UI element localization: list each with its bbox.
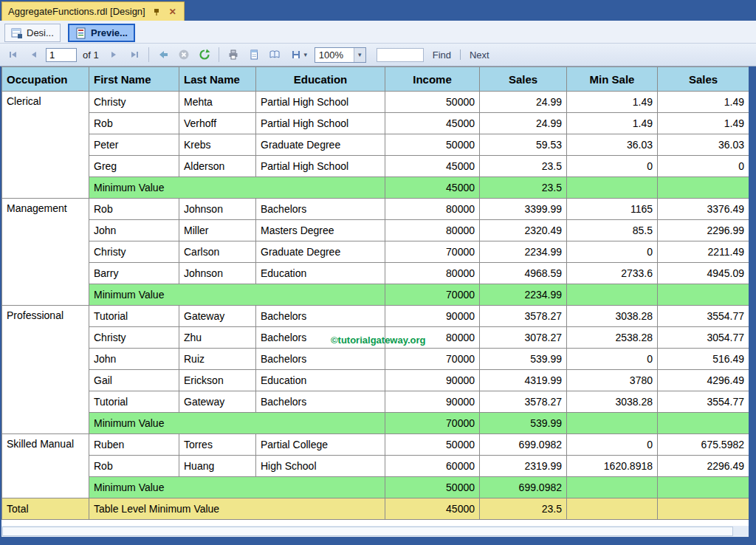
app-window: AggregateFunctions.rdl [Design] ✕ Desi..… bbox=[0, 0, 756, 545]
tab-preview[interactable]: Previe... bbox=[68, 24, 135, 42]
min-sale-cell: 1.49 bbox=[567, 92, 658, 113]
min-sale-cell: 3038.28 bbox=[567, 391, 658, 413]
income-cell: 70000 bbox=[385, 349, 480, 370]
page-count-label: of 1 bbox=[83, 49, 99, 61]
min-sales-2-cell bbox=[658, 177, 749, 199]
minimum-value-row: Minimum Value4500023.5 bbox=[2, 177, 749, 199]
document-tab-active[interactable]: AggregateFunctions.rdl [Design] ✕ bbox=[1, 1, 185, 21]
preview-tab-label: Previe... bbox=[91, 27, 128, 38]
first-name-cell: John bbox=[89, 349, 179, 370]
education-cell: Bachelors bbox=[256, 391, 385, 413]
refresh-button[interactable] bbox=[196, 46, 213, 64]
first-page-button[interactable] bbox=[4, 46, 22, 64]
horizontal-scrollbar-thumb[interactable] bbox=[2, 527, 733, 536]
zoom-caret-icon: ▾ bbox=[354, 48, 365, 62]
page-setup-icon bbox=[269, 49, 281, 61]
preview-tab-icon bbox=[75, 27, 87, 39]
find-input[interactable] bbox=[377, 48, 424, 62]
min-sale-cell: 36.03 bbox=[567, 134, 658, 156]
stop-icon bbox=[178, 49, 190, 61]
export-dropdown-caret-icon: ▾ bbox=[303, 51, 307, 58]
education-cell: Bachelors bbox=[256, 306, 385, 327]
income-cell: 50000 bbox=[385, 434, 480, 456]
first-name-cell: Peter bbox=[89, 134, 179, 156]
page-number-input[interactable] bbox=[46, 48, 77, 62]
minimum-value-label: Minimum Value bbox=[89, 177, 385, 199]
design-tab-icon bbox=[11, 27, 23, 39]
zoom-value: 100% bbox=[315, 49, 354, 61]
min-sale-cell: 0 bbox=[567, 434, 658, 456]
first-name-cell: Ruben bbox=[89, 434, 179, 456]
sales-2-cell: 4945.09 bbox=[658, 263, 749, 284]
sales-2-cell: 2296.99 bbox=[658, 220, 749, 241]
table-row: BarryJohnsonEducation800004968.592733.64… bbox=[2, 263, 749, 284]
find-button[interactable]: Find bbox=[427, 49, 457, 61]
total-sales-2-cell bbox=[658, 498, 749, 520]
last-name-cell: Huang bbox=[179, 456, 256, 477]
sales-cell: 4968.59 bbox=[480, 263, 567, 284]
page-setup-button[interactable] bbox=[266, 46, 284, 64]
print-layout-button[interactable] bbox=[245, 46, 263, 64]
income-cell: 80000 bbox=[385, 220, 480, 241]
table-row: GailEricksonEducation900004319.993780429… bbox=[2, 370, 749, 391]
next-button[interactable]: Next bbox=[464, 49, 495, 61]
occupation-cell: Management bbox=[2, 199, 89, 306]
first-name-cell: Tutorial bbox=[89, 306, 179, 327]
sales-2-cell: 3554.77 bbox=[658, 306, 749, 327]
sales-2-cell: 675.5982 bbox=[658, 434, 749, 456]
sales-cell: 59.53 bbox=[480, 134, 567, 156]
sales-2-cell: 2211.49 bbox=[658, 241, 749, 263]
table-row: RobVerhoffPartial High School4500024.991… bbox=[2, 113, 749, 134]
education-cell: Education bbox=[256, 263, 385, 284]
export-button[interactable]: ▾ bbox=[286, 46, 312, 64]
horizontal-scrollbar[interactable] bbox=[1, 526, 749, 537]
income-cell: 50000 bbox=[385, 134, 480, 156]
education-cell: Partial High School bbox=[256, 92, 385, 113]
education-cell: Bachelors bbox=[256, 199, 385, 220]
sales-cell: 699.0982 bbox=[480, 434, 567, 456]
first-name-cell: Christy bbox=[89, 92, 179, 113]
min-sales-cell: 699.0982 bbox=[480, 477, 567, 498]
education-cell: Graduate Degree bbox=[256, 134, 385, 156]
education-cell: Partial High School bbox=[256, 113, 385, 134]
table-row: GregAldersonPartial High School4500023.5… bbox=[2, 156, 749, 177]
design-tab-label: Desi... bbox=[27, 27, 54, 38]
income-cell: 90000 bbox=[385, 306, 480, 327]
status-bar bbox=[0, 537, 756, 545]
back-button[interactable] bbox=[154, 46, 172, 64]
tab-design[interactable]: Desi... bbox=[4, 24, 61, 42]
find-next-separator bbox=[460, 49, 461, 60]
sales-2-cell: 3554.77 bbox=[658, 391, 749, 413]
site-watermark: ©tutorialgateway.org bbox=[331, 335, 426, 346]
table-row: ManagementRobJohnsonBachelors800003399.9… bbox=[2, 199, 749, 220]
sales-2-cell: 516.49 bbox=[658, 349, 749, 370]
minimum-value-row: Minimum Value700002234.99 bbox=[2, 284, 749, 306]
last-name-cell: Torres bbox=[179, 434, 256, 456]
toolbar-separator bbox=[219, 47, 219, 62]
education-cell: Partial High School bbox=[256, 156, 385, 177]
previous-page-button[interactable] bbox=[25, 46, 43, 64]
education-cell: Education bbox=[256, 370, 385, 391]
print-button[interactable] bbox=[224, 46, 242, 64]
min-sale-cell: 3780 bbox=[567, 370, 658, 391]
last-name-cell: Krebs bbox=[179, 134, 256, 156]
first-name-cell: Rob bbox=[89, 113, 179, 134]
pin-icon[interactable] bbox=[151, 7, 162, 17]
min-sale-cell: 2538.28 bbox=[567, 327, 658, 349]
close-icon[interactable]: ✕ bbox=[168, 7, 178, 17]
minimum-value-label: Minimum Value bbox=[89, 413, 385, 434]
last-name-cell: Erickson bbox=[179, 370, 256, 391]
income-cell: 90000 bbox=[385, 391, 480, 413]
stop-button[interactable] bbox=[175, 46, 193, 64]
designer-tab-strip: Desi... Previe... bbox=[0, 21, 756, 44]
print-layout-icon bbox=[248, 49, 260, 61]
last-name-cell: Mehta bbox=[179, 92, 256, 113]
sales-cell: 3399.99 bbox=[480, 199, 567, 220]
min-income-cell: 45000 bbox=[385, 177, 480, 199]
column-header-sales: Sales bbox=[480, 67, 567, 92]
first-name-cell: John bbox=[89, 220, 179, 241]
zoom-select[interactable]: 100% ▾ bbox=[315, 47, 366, 63]
last-page-button[interactable] bbox=[126, 46, 143, 64]
min-sales-2-cell bbox=[658, 284, 749, 306]
next-page-button[interactable] bbox=[105, 46, 123, 64]
